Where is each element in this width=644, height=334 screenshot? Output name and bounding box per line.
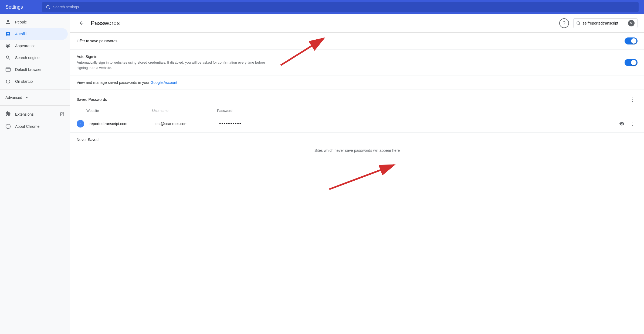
sidebar-item-search-engine[interactable]: Search engine — [0, 52, 68, 64]
about-chrome-icon — [5, 124, 11, 129]
col-website-header: Website — [77, 109, 152, 113]
col-password-header: Password — [217, 109, 638, 113]
auto-signin-label: Auto Sign-in — [77, 54, 625, 59]
saved-passwords-menu-button[interactable]: ⋮ — [628, 95, 638, 104]
page-title: Passwords — [91, 20, 555, 27]
site-icon: r — [77, 120, 84, 128]
table-row: r ...reportedtranscript.com test@scarlet… — [70, 115, 644, 133]
topbar: Settings — [0, 0, 644, 14]
help-button[interactable]: ? — [559, 18, 569, 28]
col-username-header: Username — [152, 109, 217, 113]
google-account-link[interactable]: Google Account — [151, 80, 177, 85]
sidebar-item-people-label: People — [15, 20, 27, 24]
sidebar-item-search-engine-label: Search engine — [15, 56, 39, 60]
sidebar-item-default-browser[interactable]: Default browser — [0, 64, 68, 75]
sidebar-item-autofill-label: Autofill — [15, 32, 26, 36]
row-more-button[interactable]: ⋮ — [628, 119, 638, 129]
external-link-icon — [60, 112, 65, 117]
username-cell: test@scarletcs.com — [154, 122, 219, 126]
sidebar-item-default-browser-label: Default browser — [15, 67, 42, 72]
auto-signin-toggle[interactable] — [625, 59, 638, 66]
sidebar-item-about-chrome-label: About Chrome — [15, 124, 39, 129]
sidebar-divider — [0, 89, 70, 90]
passwords-content: Passwords ? ✕ Offer to save passwords Au… — [70, 14, 644, 334]
back-button[interactable] — [77, 18, 86, 28]
clear-search-button[interactable]: ✕ — [628, 20, 635, 26]
sidebar-item-appearance[interactable]: Appearance — [0, 40, 68, 52]
power-icon — [5, 79, 11, 84]
never-saved-label: Never Saved — [77, 137, 99, 142]
topbar-search[interactable] — [42, 2, 639, 12]
search-passwords-icon — [576, 21, 581, 25]
saved-passwords-title: Saved Passwords — [77, 97, 628, 102]
site-name: ...reportedtranscript.com — [86, 122, 154, 126]
default-browser-icon — [5, 67, 11, 72]
sidebar-item-on-startup[interactable]: On startup — [0, 75, 68, 87]
passwords-search-box[interactable]: ✕ — [573, 18, 638, 28]
person-icon — [5, 19, 11, 25]
table-header: Website Username Password — [70, 106, 644, 115]
saved-passwords-header: Saved Passwords ⋮ — [70, 90, 644, 106]
offer-save-toggle[interactable] — [625, 37, 638, 44]
sidebar-item-on-startup-label: On startup — [15, 79, 33, 84]
svg-line-1 — [49, 8, 50, 9]
row-actions: ⋮ — [617, 119, 638, 129]
help-icon: ? — [563, 20, 565, 26]
sidebar-divider-2 — [0, 105, 70, 106]
manage-passwords-text: View and manage saved passwords in your — [77, 80, 151, 85]
main-layout: People Autofill Appearance Search engine — [0, 14, 644, 334]
search-engine-icon — [5, 55, 11, 60]
google-account-row: View and manage saved passwords in your … — [70, 75, 644, 90]
extensions-label: Extensions — [15, 112, 33, 116]
auto-signin-desc: Automatically sign in to websites using … — [77, 60, 266, 70]
svg-point-0 — [46, 5, 49, 8]
sidebar-item-about-chrome[interactable]: About Chrome — [0, 120, 68, 132]
show-password-button[interactable] — [617, 119, 627, 129]
offer-save-passwords-label: Offer to save passwords — [77, 39, 625, 43]
sidebar: People Autofill Appearance Search engine — [0, 14, 70, 334]
auto-signin-row: Auto Sign-in Automatically sign in to we… — [70, 50, 644, 75]
search-icon — [46, 5, 50, 9]
sidebar-section-advanced[interactable]: Advanced — [0, 92, 70, 103]
never-saved-section-title: Never Saved — [70, 133, 644, 144]
sidebar-item-autofill[interactable]: Autofill — [0, 28, 68, 40]
chevron-down-icon — [24, 95, 29, 100]
offer-save-passwords-row: Offer to save passwords — [70, 33, 644, 50]
password-dots: •••••••••• — [219, 121, 617, 127]
sidebar-item-people[interactable]: People — [0, 16, 68, 28]
svg-point-4 — [577, 22, 580, 25]
advanced-label: Advanced — [5, 95, 22, 100]
palette-icon — [5, 43, 11, 49]
sidebar-item-extensions[interactable]: Extensions — [0, 108, 70, 120]
never-saved-empty-message: Sites which never save passwords will ap… — [70, 144, 644, 157]
extensions-icon — [5, 111, 11, 117]
passwords-search-input[interactable] — [583, 21, 626, 25]
autofill-icon — [5, 31, 11, 37]
app-title: Settings — [5, 4, 38, 10]
auto-signin-info: Auto Sign-in Automatically sign in to we… — [77, 54, 625, 70]
passwords-header: Passwords ? ✕ — [70, 14, 644, 33]
sidebar-item-appearance-label: Appearance — [15, 44, 36, 48]
svg-line-5 — [579, 24, 580, 25]
svg-rect-2 — [6, 68, 11, 71]
offer-save-passwords-info: Offer to save passwords — [77, 39, 625, 43]
topbar-search-input[interactable] — [53, 5, 635, 9]
